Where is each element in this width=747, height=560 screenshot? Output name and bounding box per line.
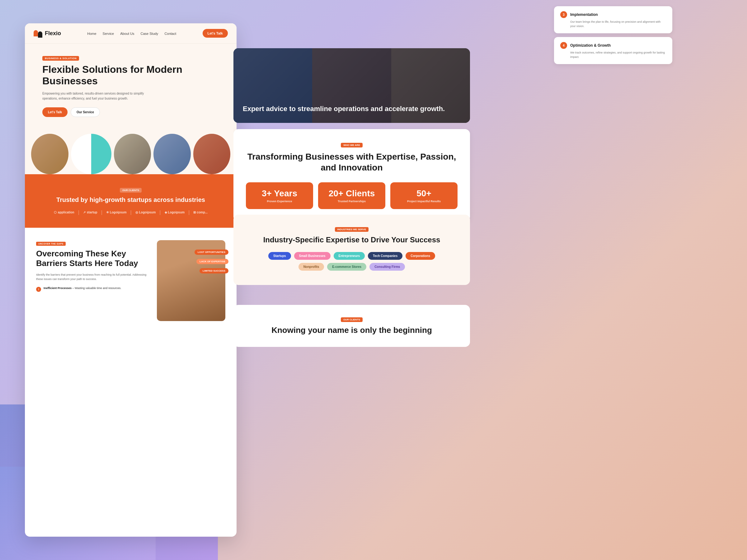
- clients-section: OUR CLIENTS Knowing your name is only th…: [233, 305, 470, 347]
- stat-clients-num: 20+ Clients: [323, 189, 380, 198]
- process-card-header: 3 Implementation: [560, 11, 666, 18]
- banner-text: Expert advice to streamline operations a…: [243, 105, 445, 113]
- right-panel: 3 Implementation Our team brings the pla…: [233, 0, 685, 560]
- tag-consulting[interactable]: Consulting Firms: [369, 263, 405, 271]
- barriers-left: UNCOVER THE GAPS Overcoming These Key Ba…: [36, 240, 148, 294]
- barriers-right: LOST OPPORTUNITIES LACK OF EXPERTISE LIM…: [157, 240, 225, 321]
- trusted-title: Trusted by high-growth startups across i…: [31, 196, 230, 204]
- hero-section: BUSINESS & SOLUTION Flexible Solutions f…: [25, 44, 236, 126]
- barriers-title: Overcoming These Key Barriers Starts Her…: [36, 249, 148, 268]
- process-card-title-3: Implementation: [570, 12, 598, 17]
- hero-person-4: [193, 134, 231, 174]
- stat-years-num: 3+ Years: [251, 189, 308, 198]
- industries-badge: INDUSTRIES WE SERVE: [335, 227, 369, 232]
- industries-title: Industry-Specific Expertise to Drive You…: [246, 235, 458, 244]
- stat-projects: 50+ Project Impactful Results: [390, 182, 458, 209]
- navbar: Flexio Home Service About Us Case Study …: [25, 23, 236, 44]
- process-card-desc-3: Our team brings the plan to life, focusi…: [560, 20, 666, 28]
- stat-clients: 20+ Clients Trusted Partnerships: [318, 182, 385, 209]
- tag-nonprofits[interactable]: Nonprofits: [299, 263, 324, 271]
- nav-home[interactable]: Home: [87, 32, 96, 35]
- hero-buttons: Let's Talk Our Service: [42, 107, 219, 117]
- tag-entrepreneurs[interactable]: Entrepreneurs: [334, 252, 365, 260]
- tag-tech-companies[interactable]: Tech Companies: [368, 252, 403, 260]
- who-badge: WHO WE ARE: [341, 143, 362, 148]
- nav-service[interactable]: Service: [103, 32, 114, 35]
- stat-years-label: Proven Experience: [251, 200, 308, 203]
- stat-clients-label: Trusted Partnerships: [323, 200, 380, 203]
- barriers-subtitle: Identify the barriers that prevent your …: [36, 272, 148, 282]
- banner-overlay: Expert advice to streamline operations a…: [233, 48, 470, 123]
- nav-contact[interactable]: Contact: [164, 32, 176, 35]
- barriers-section: UNCOVER THE GAPS Overcoming These Key Ba…: [25, 228, 236, 334]
- tag-ecommerce[interactable]: E-commerce Stores: [327, 263, 366, 271]
- step-number-4: 4: [560, 42, 567, 49]
- logo-2: ◎ Logoipsum: [135, 211, 156, 214]
- who-section: WHO WE ARE Transforming Businesses with …: [233, 129, 470, 221]
- nav-links: Home Service About Us Case Study Contact: [87, 30, 176, 36]
- tag-corporations[interactable]: Corporations: [406, 252, 435, 260]
- tags-row-2: Nonprofits E-commerce Stores Consulting …: [246, 263, 458, 271]
- clients-title: Knowing your name is only the beginning: [246, 325, 458, 336]
- logo-startup: ↗ startup: [83, 211, 97, 214]
- barrier-icon: [36, 287, 41, 292]
- nav-cta-button[interactable]: Let's Talk: [203, 29, 228, 38]
- barrier-text: Inefficient Processes – Wasting valuable…: [44, 287, 121, 290]
- hero-teal-shape: [71, 134, 111, 174]
- hero-subtitle: Empowering you with tailored, results-dr…: [42, 91, 148, 101]
- barrier-item: Inefficient Processes – Wasting valuable…: [36, 287, 148, 292]
- process-section: 3 Implementation Our team brings the pla…: [548, 0, 678, 74]
- stat-projects-num: 50+: [395, 189, 453, 198]
- clients-badge: OUR CLIENTS: [341, 317, 363, 322]
- hero-primary-button[interactable]: Let's Talk: [42, 107, 68, 117]
- process-card-4: 4 Optimization & Growth We track outcome…: [554, 37, 672, 64]
- logo-1: ⚛ Logoipsum: [106, 211, 127, 214]
- hero-title: Flexible Solutions for Modern Businesses: [42, 64, 219, 87]
- process-card-header-4: 4 Optimization & Growth: [560, 42, 666, 49]
- tag-lack-expertise: LACK OF EXPERTISE: [197, 259, 229, 264]
- tags-row-1: Startups Small Businesses Entrepreneurs …: [246, 252, 458, 260]
- process-card-3: 3 Implementation Our team brings the pla…: [554, 6, 672, 33]
- hero-person-2: [114, 134, 151, 174]
- hero-images: [25, 126, 236, 174]
- tag-limited-success: LIMITED SUCCESS: [200, 268, 229, 273]
- hero-badge: BUSINESS & SOLUTION: [42, 56, 79, 61]
- industries-section: INDUSTRIES WE SERVE Industry-Specific Ex…: [233, 215, 470, 285]
- logo-application: ⬡ application: [54, 211, 74, 214]
- hero-person-3: [153, 134, 191, 174]
- nav-case-study[interactable]: Case Study: [141, 32, 158, 35]
- logo-3: ◈ Logoipsum: [165, 211, 185, 214]
- left-website-mockup: Flexio Home Service About Us Case Study …: [25, 23, 236, 537]
- logo-text: Flexio: [45, 30, 61, 37]
- process-card-title-4: Optimization & Growth: [570, 43, 611, 48]
- tag-lost-opportunities: LOST OPPORTUNITIES: [195, 249, 229, 255]
- process-card-desc-4: We track outcomes, refine strategies, an…: [560, 51, 666, 59]
- who-title: Transforming Businesses with Expertise, …: [246, 151, 458, 173]
- trusted-section: OUR CLIENTS Trusted by high-growth start…: [25, 174, 236, 228]
- logo-icon: [34, 30, 42, 36]
- trusted-badge: OUR CLIENTS: [120, 188, 141, 193]
- banner-section: Expert advice to streamline operations a…: [233, 48, 470, 123]
- tag-startups[interactable]: Startups: [268, 252, 291, 260]
- logo-comp: ⊞ comp...: [193, 211, 208, 214]
- logo-strip: ⬡ application | ↗ startup | ⚛ Logoipsum …: [31, 210, 230, 215]
- stat-projects-label: Project Impactful Results: [395, 200, 453, 203]
- hero-secondary-button[interactable]: Our Service: [71, 107, 100, 117]
- stats-row: 3+ Years Proven Experience 20+ Clients T…: [246, 182, 458, 209]
- tag-small-businesses[interactable]: Small Businesses: [294, 252, 331, 260]
- nav-about[interactable]: About Us: [120, 32, 134, 35]
- step-number-3: 3: [560, 11, 567, 18]
- logo: Flexio: [34, 30, 61, 37]
- hero-person-1: [31, 134, 69, 174]
- barriers-badge: UNCOVER THE GAPS: [36, 242, 66, 246]
- stat-years: 3+ Years Proven Experience: [246, 182, 313, 209]
